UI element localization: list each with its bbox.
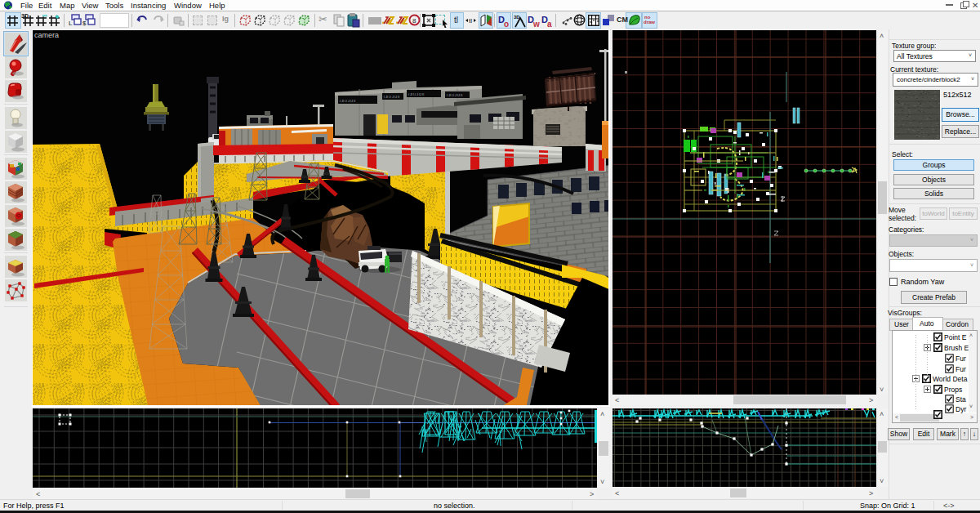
svg-text:l Jl l.l J lJ Il: l Jl l.l J lJ Il: [447, 93, 462, 97]
svg-text:a: a: [547, 20, 552, 28]
svg-text:l Jl l.l J lJ Il: l Jl l.l J lJ Il: [384, 95, 399, 99]
svg-text:l Jl l.l J lJ Il: l Jl l.l J lJ Il: [408, 92, 424, 96]
svg-text:tl: tl: [469, 17, 472, 25]
svg-text:l Jl l.l J lJ Il: l Jl l.l J lJ Il: [340, 99, 355, 103]
svg-text:8: 8: [412, 17, 416, 25]
svg-text:$: $: [82, 20, 87, 27]
svg-text:o: o: [504, 20, 509, 28]
svg-text:w: w: [532, 20, 540, 28]
svg-text:L: L: [69, 20, 73, 27]
